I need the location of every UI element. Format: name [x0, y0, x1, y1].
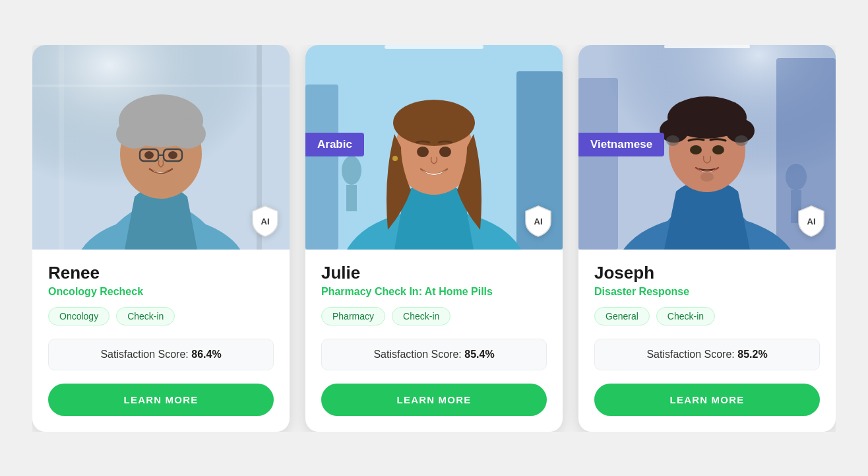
tags-julie: Pharmacy Check-in — [321, 307, 547, 325]
svg-point-9 — [116, 119, 153, 149]
card-renee: AI Renee Oncology Recheck Oncology Check… — [32, 45, 290, 432]
learn-more-julie[interactable]: LEARN MORE — [321, 384, 547, 416]
svg-point-48 — [700, 172, 714, 182]
card-body-joseph: Joseph Disaster Response General Check-i… — [578, 250, 836, 432]
svg-point-15 — [168, 151, 177, 159]
scenario-renee: Oncology Recheck — [48, 286, 274, 298]
tags-renee: Oncology Check-in — [48, 307, 274, 325]
svg-point-44 — [666, 135, 679, 146]
svg-rect-22 — [346, 185, 357, 211]
scenario-julie: Pharmacy Check In: At Home Pills — [321, 286, 547, 298]
score-renee: 86.4% — [191, 349, 221, 360]
satisfaction-julie: Satisfaction Score: 85.4% — [321, 339, 547, 370]
svg-point-10 — [169, 119, 206, 149]
language-badge-julie: Arabic — [305, 133, 364, 156]
svg-text:AI: AI — [534, 217, 543, 226]
svg-rect-20 — [305, 85, 338, 250]
svg-point-26 — [393, 100, 475, 146]
card-image-julie: Arabic AI — [305, 45, 563, 250]
satisfaction-joseph: Satisfaction Score: 85.2% — [594, 339, 820, 370]
tag-oncology: Oncology — [48, 307, 109, 325]
person-name-julie: Julie — [321, 263, 547, 283]
person-name-renee: Renee — [48, 263, 274, 283]
tag-checkin-joseph: Check-in — [656, 307, 715, 325]
svg-text:AI: AI — [261, 217, 270, 226]
svg-point-47 — [712, 145, 724, 154]
svg-point-46 — [690, 145, 702, 154]
ai-badge-joseph: AI — [796, 205, 826, 240]
svg-rect-18 — [385, 45, 483, 49]
tag-checkin-julie: Check-in — [392, 307, 450, 325]
scenario-joseph: Disaster Response — [594, 286, 820, 298]
svg-point-27 — [417, 147, 429, 157]
svg-rect-35 — [578, 78, 618, 250]
learn-more-renee[interactable]: LEARN MORE — [48, 384, 274, 416]
tag-pharmacy: Pharmacy — [321, 307, 385, 325]
svg-point-14 — [144, 151, 154, 159]
satisfaction-renee: Satisfaction Score: 86.4% — [48, 339, 274, 370]
svg-rect-2 — [59, 45, 64, 250]
svg-point-21 — [342, 156, 361, 185]
svg-rect-33 — [664, 45, 750, 48]
card-julie: Arabic AI Julie Pharmacy Check In: At Ho… — [305, 45, 563, 432]
card-image-renee: AI — [32, 45, 290, 250]
tag-general: General — [594, 307, 650, 325]
tag-checkin-renee: Check-in — [116, 307, 175, 325]
svg-rect-4 — [32, 85, 290, 87]
tags-joseph: General Check-in — [594, 307, 820, 325]
svg-point-36 — [786, 164, 807, 190]
svg-point-28 — [439, 147, 451, 157]
card-joseph: Vietnamese AI Joseph Disaster Response G… — [578, 45, 836, 432]
person-name-joseph: Joseph — [594, 263, 820, 283]
learn-more-joseph[interactable]: LEARN MORE — [594, 384, 820, 416]
language-badge-joseph: Vietnamese — [578, 133, 664, 156]
card-image-joseph: Vietnamese AI — [578, 45, 836, 250]
svg-point-45 — [735, 135, 748, 146]
ai-badge-julie: AI — [523, 205, 553, 240]
card-body-renee: Renee Oncology Recheck Oncology Check-in… — [32, 250, 290, 432]
cards-container: AI Renee Oncology Recheck Oncology Check… — [32, 45, 836, 432]
ai-badge-renee: AI — [250, 205, 280, 240]
score-julie: 85.4% — [464, 349, 494, 360]
svg-text:AI: AI — [807, 217, 816, 226]
svg-point-29 — [392, 156, 398, 161]
card-body-julie: Julie Pharmacy Check In: At Home Pills P… — [305, 250, 563, 432]
score-joseph: 85.2% — [737, 349, 767, 360]
